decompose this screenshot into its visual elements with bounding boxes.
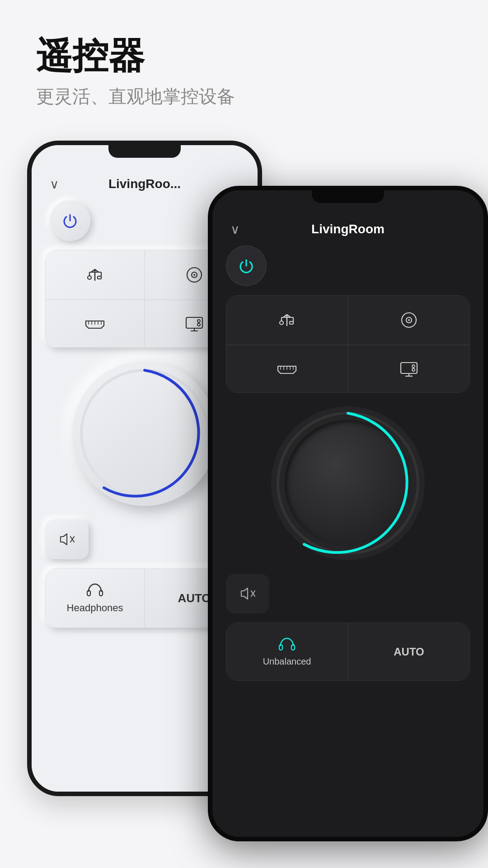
mute-button-dark[interactable]: [226, 574, 269, 613]
auto-label-light: AUTO: [178, 591, 211, 605]
notch-dark: [312, 190, 384, 203]
svg-rect-1: [98, 276, 101, 279]
svg-point-16: [197, 320, 200, 322]
svg-point-23: [280, 321, 283, 325]
svg-point-18: [81, 370, 208, 497]
power-button-dark[interactable]: [226, 245, 267, 286]
headphones-label-light: Headphones: [67, 602, 123, 614]
input-grid-dark: [226, 295, 470, 393]
output-auto-dark[interactable]: AUTO: [348, 623, 470, 681]
input-phono-dark[interactable]: [348, 295, 470, 345]
side-btn-left2: [27, 258, 29, 294]
phones-container: ∨ LivingRoo...: [0, 141, 488, 855]
page-title: 遥控器: [36, 36, 452, 76]
auto-label-dark: AUTO: [394, 646, 424, 658]
input-usb-dark[interactable]: [226, 295, 348, 345]
top-bar-dark: ∨ LivingRoom: [226, 222, 470, 236]
page-subtitle: 更灵活、直观地掌控设备: [36, 84, 452, 109]
svg-point-7: [193, 274, 195, 276]
svg-point-41: [278, 413, 418, 553]
input-hdmi-dark[interactable]: [226, 345, 348, 393]
svg-point-40: [412, 368, 415, 371]
power-button-light[interactable]: [50, 200, 90, 241]
svg-rect-13: [186, 317, 202, 328]
input-usb-light[interactable]: [45, 250, 145, 300]
side-btn-left3: [27, 303, 29, 340]
mute-button-light[interactable]: [45, 519, 89, 559]
output-grid-dark: Unbalanced AUTO: [226, 623, 470, 681]
page-header: 遥控器 更灵活、直观地掌控设备: [0, 0, 488, 127]
svg-point-17: [197, 323, 200, 326]
output-headphones-dark[interactable]: Unbalanced: [226, 623, 348, 681]
phone-dark-screen: ∨ LivingRoom: [212, 190, 483, 837]
headphones-label-dark: Unbalanced: [263, 656, 311, 667]
input-av-dark[interactable]: [348, 345, 470, 393]
chevron-down-icon-light[interactable]: ∨: [50, 177, 59, 192]
svg-rect-24: [290, 321, 293, 324]
top-bar-light: ∨ LivingRoo...: [45, 177, 244, 191]
svg-point-0: [88, 276, 91, 279]
input-hdmi-light[interactable]: [45, 300, 145, 348]
side-btn-left1: [27, 226, 29, 249]
output-headphones-light[interactable]: Headphones: [45, 568, 145, 628]
notch-light: [108, 145, 181, 158]
room-title-dark: LivingRoom: [311, 222, 385, 236]
volume-knob-dark[interactable]: [226, 402, 470, 565]
chevron-down-icon-dark[interactable]: ∨: [230, 222, 240, 237]
svg-point-39: [412, 365, 415, 368]
room-title-light: LivingRoo...: [108, 177, 181, 191]
svg-rect-36: [401, 363, 417, 373]
phone-dark: ∨ LivingRoom: [208, 186, 488, 841]
svg-point-30: [408, 319, 410, 321]
